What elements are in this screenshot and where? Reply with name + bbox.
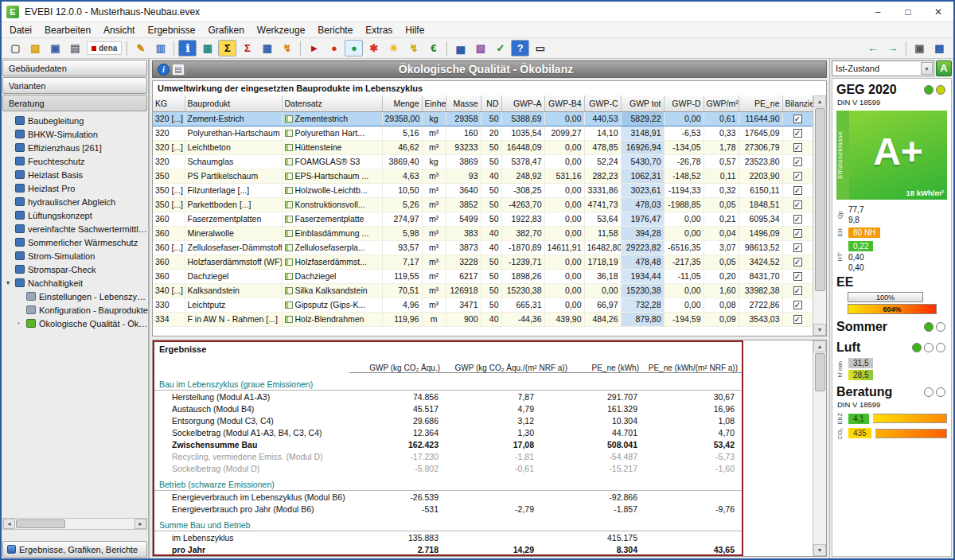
column-header-gwp-a[interactable]: GWP-A [501, 95, 544, 111]
scrollbar-thumb[interactable] [815, 353, 825, 391]
sum-icon[interactable]: Σ [218, 40, 236, 56]
bilanzier-checkbox[interactable]: ✓ [793, 229, 802, 238]
dena-logo[interactable]: dena [87, 41, 122, 55]
sidebar-horizontal-scrollbar[interactable]: ◄ ► [2, 518, 147, 530]
tree-item-nachhaltigkeit[interactable]: ▾Nachhaltigkeit [2, 276, 148, 290]
results-vertical-scrollbar[interactable]: ▲ ▼ [813, 340, 826, 556]
maximize-button[interactable]: □ [893, 2, 923, 21]
scrollbar-thumb[interactable] [815, 108, 825, 291]
monitor-icon[interactable]: ▭ [531, 40, 549, 56]
scroll-up-icon[interactable]: ▲ [813, 340, 826, 352]
column-header-pe-ne[interactable]: PE_ne [739, 95, 782, 111]
bilanzier-checkbox[interactable]: ✓ [793, 115, 802, 123]
save-icon[interactable]: ▣ [46, 40, 64, 56]
tree-item-hydraulischer-abgleich[interactable]: hydraulischer Abgleich [2, 195, 148, 208]
scroll-down-icon[interactable]: ▼ [813, 544, 826, 556]
bilanzier-checkbox[interactable]: ✓ [793, 143, 802, 152]
table-row[interactable]: 320 [...]LeichtbetonHüttensteine46,62m³9… [153, 140, 813, 154]
tree-item-heizlast-pro[interactable]: Heizlast Pro [2, 181, 148, 195]
sidebar-section-beratung[interactable]: Beratung [2, 95, 147, 111]
table-row[interactable]: 360FaserzementplattenFaserzementplatte27… [153, 212, 813, 226]
info-icon[interactable]: ℹ [178, 40, 197, 56]
menu-datei[interactable]: Datei [3, 24, 38, 37]
menu-werkzeuge[interactable]: Werkzeuge [251, 24, 311, 37]
grid-icon[interactable]: ▦ [258, 40, 276, 56]
column-header-datensatz[interactable]: Datensatz [282, 95, 382, 111]
column-header-kg[interactable]: KG [153, 95, 185, 111]
bilanzier-checkbox[interactable]: ✓ [793, 286, 802, 295]
forward-icon[interactable]: → [883, 40, 902, 56]
table-icon[interactable]: ▦ [198, 40, 216, 56]
scrollbar-thumb[interactable] [16, 519, 65, 528]
bilanzier-checkbox[interactable]: ✓ [793, 129, 802, 138]
sidebar-section-varianten[interactable]: Varianten [2, 77, 147, 94]
column-header-gwp-c[interactable]: GWP-C [584, 95, 621, 111]
scroll-up-icon[interactable]: ▲ [813, 95, 826, 107]
bilanzier-checkbox[interactable]: ✓ [793, 215, 802, 224]
print-icon[interactable]: ▤ [66, 40, 84, 56]
table-vertical-scrollbar[interactable]: ▲ ▼ [813, 95, 826, 336]
menu-extras[interactable]: Extras [359, 24, 399, 37]
energy-icon[interactable]: ↯ [278, 40, 296, 56]
scroll-right-icon[interactable]: ► [134, 519, 146, 529]
tree-item-strom-simulation[interactable]: Strom-Simulation [2, 249, 148, 262]
tree-item-sommerlicher-w-rmeschutz[interactable]: Sommerlicher Wärmeschutz [2, 235, 148, 249]
table-row[interactable]: 350PS PartikelschaumEPS-Hartschaum ...4,… [153, 169, 813, 183]
table-row[interactable]: 360 [...]Zellulosefaser-DämmstoffZellulo… [153, 240, 813, 255]
column-header-masse[interactable]: Masse [446, 95, 481, 111]
back-icon[interactable]: ← [863, 40, 882, 56]
menu-grafiken[interactable]: Grafiken [201, 24, 250, 37]
table-row[interactable]: 350 [...]Parkettboden [...]Konstruktions… [153, 197, 813, 212]
table-row[interactable]: 334F in AW N - Rahmen [...]Holz-Blendrah… [153, 312, 813, 326]
info-icon[interactable]: i [158, 64, 170, 76]
minimize-button[interactable]: – [863, 2, 893, 21]
bilanzier-checkbox[interactable]: ✓ [793, 315, 802, 324]
column-header-gwp-d[interactable]: GWP-D [664, 95, 704, 111]
table-row[interactable]: 360Holzfaserdämmstoff (WF)Holzfaserdämms… [153, 255, 813, 269]
bilanzier-checkbox[interactable]: ✓ [793, 172, 802, 181]
chart-icon[interactable]: ▅ [451, 40, 470, 56]
sidebar-footer-panel[interactable]: Ergebnisse, Grafiken, Berichte [2, 541, 147, 558]
euro-icon[interactable]: € [424, 40, 442, 56]
tree-item-feuchteschutz[interactable]: Feuchteschutz [2, 154, 148, 168]
table-row[interactable]: 320Polyurethan-HartschaumPolyurethan Har… [153, 126, 813, 140]
flag-icon[interactable]: ► [305, 40, 323, 56]
flash-icon[interactable]: ↯ [404, 40, 423, 56]
bilanzier-checkbox[interactable]: ✓ [793, 243, 802, 252]
tree-item-heizlast-basis[interactable]: Heizlast Basis [2, 168, 148, 181]
table-row[interactable]: 350 [...]Filzunterlage [...]Holzwolle-Le… [153, 183, 813, 197]
column-header-gwp-b4[interactable]: GWP-B4 [544, 95, 584, 111]
tree-item-vereinfachte-sachwertermittlung[interactable]: vereinfachte Sachwertermittlung [2, 222, 148, 235]
column-header-bilanzier[interactable]: Bilanzier [782, 95, 813, 111]
tree-item-l-ftungskonzept[interactable]: Lüftungskonzept [2, 208, 148, 222]
table-row[interactable]: 340 [...]KalksandsteinSilka Kalksandstei… [153, 283, 813, 298]
tree-item-bhkw-simulation[interactable]: BHKW-Simulation [2, 127, 148, 141]
bilanzier-checkbox[interactable]: ✓ [793, 258, 802, 266]
column-header-bauprodukt[interactable]: Bauprodukt [185, 95, 282, 111]
variant-select[interactable]: Ist-Zustand ▾ [832, 60, 934, 76]
bilanzier-checkbox[interactable]: ✓ [793, 272, 802, 281]
scroll-down-icon[interactable]: ▼ [813, 324, 826, 336]
help-icon[interactable]: ? [511, 40, 529, 56]
table-row[interactable]: 320SchaumglasFOAMGLAS® S33869,40kg386950… [153, 154, 813, 169]
expander-icon[interactable]: ▾ [6, 279, 15, 286]
table-row[interactable]: 330LeichtputzGipsputz (Gips-K...4,96m³34… [153, 298, 813, 312]
column-header-menge[interactable]: Menge [382, 95, 422, 111]
tree-item-stromspar-check[interactable]: Stromspar-Check [2, 262, 148, 276]
menu-hilfe[interactable]: Hilfe [399, 24, 431, 37]
bilanzier-checkbox[interactable]: ✓ [793, 200, 802, 209]
star-icon[interactable]: ✱ [364, 40, 383, 56]
menu-ergebnisse[interactable]: Ergebnisse [141, 24, 201, 37]
column-header-einheit[interactable]: Einheit [422, 95, 446, 111]
new-icon[interactable]: ▢ [6, 40, 25, 56]
open-icon[interactable]: ▨ [26, 40, 45, 56]
tree-item-einstellungen-lebenszyklus[interactable]: Einstellungen - Lebenszyklus [2, 290, 148, 303]
menu-bearbeiten[interactable]: Bearbeiten [38, 24, 97, 37]
windows-icon[interactable]: ▣ [910, 40, 929, 56]
menu-ansicht[interactable]: Ansicht [97, 24, 141, 37]
column-header-gwp-tot[interactable]: GWP tot [621, 95, 664, 111]
bilanzier-checkbox[interactable]: ✓ [793, 301, 802, 309]
column-header-nd[interactable]: ND [481, 95, 501, 111]
tree-item-baubegleitung[interactable]: Baubegleitung [2, 114, 148, 127]
sun-icon[interactable]: ☀ [384, 40, 403, 56]
